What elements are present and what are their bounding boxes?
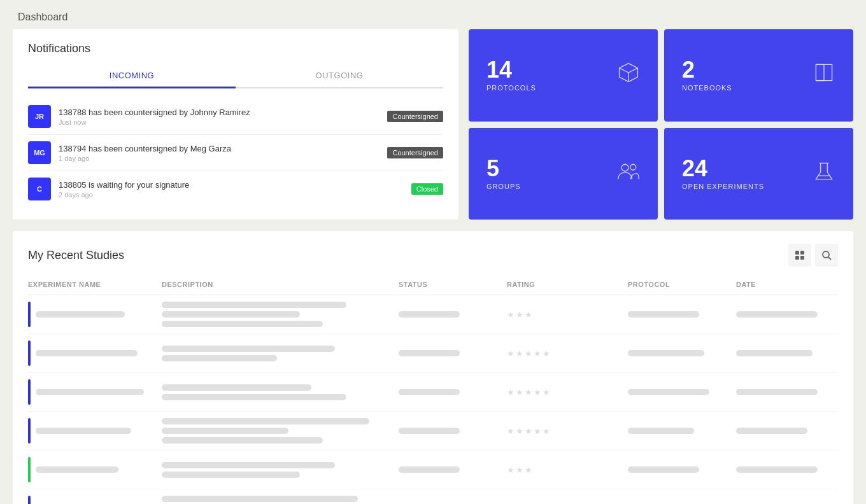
description-cell bbox=[162, 346, 392, 361]
notifications-tabs: INCOMING OUTGOING bbox=[28, 64, 443, 88]
star-icon: ★ bbox=[507, 310, 515, 319]
status-skeleton bbox=[399, 350, 460, 356]
status-badge: Countersigned bbox=[387, 111, 443, 122]
date-cell bbox=[736, 466, 838, 473]
experiment-name-cell bbox=[28, 418, 155, 444]
protocol-cell bbox=[628, 350, 730, 356]
status-cell bbox=[399, 428, 500, 434]
experiment-name-cell bbox=[28, 302, 155, 327]
notifications-panel: Notifications INCOMING OUTGOING JR 13878… bbox=[13, 29, 458, 220]
status-skeleton bbox=[399, 428, 460, 434]
experiment-name-cell bbox=[28, 379, 155, 405]
avatar: JR bbox=[28, 105, 51, 128]
studies-section: My Recent Studies bbox=[13, 231, 853, 504]
star-icon: ★ bbox=[543, 426, 550, 436]
col-protocol: PROTOCOL bbox=[628, 281, 730, 288]
table-row[interactable]: ★★★★★ bbox=[28, 489, 838, 504]
avatar: C bbox=[28, 178, 51, 200]
notebooks-count: 2 bbox=[682, 59, 732, 81]
rating-cell: ★★★★★ bbox=[507, 349, 621, 358]
protocol-skeleton bbox=[628, 466, 699, 473]
stat-card-groups[interactable]: 5 GROUPS bbox=[469, 128, 658, 220]
description-skeleton bbox=[162, 428, 288, 434]
row-color-indicator bbox=[28, 379, 31, 405]
table-row[interactable]: ★★★★★ bbox=[28, 334, 838, 373]
star-rating: ★★★ bbox=[507, 310, 621, 319]
star-rating: ★★★★★ bbox=[507, 349, 621, 358]
star-icon: ★ bbox=[516, 349, 523, 358]
experiments-count: 24 bbox=[682, 157, 764, 180]
protocol-skeleton bbox=[628, 389, 709, 395]
notification-item: MG 138794 has been countersigned by Meg … bbox=[28, 135, 443, 171]
svg-point-4 bbox=[621, 164, 628, 171]
star-icon: ★ bbox=[507, 426, 515, 436]
tab-outgoing[interactable]: OUTGOING bbox=[236, 64, 443, 87]
notification-text: 138788 has been countersigned by Johnny … bbox=[59, 108, 380, 126]
status-cell bbox=[399, 389, 500, 395]
avatar: MG bbox=[28, 141, 51, 164]
experiment-name-skeleton bbox=[36, 466, 118, 473]
description-skeleton bbox=[162, 302, 346, 308]
rating-cell: ★★★★★ bbox=[507, 388, 621, 397]
star-icon: ★ bbox=[543, 388, 550, 397]
col-status: STATUS bbox=[399, 281, 500, 288]
notifications-heading: Notifications bbox=[28, 42, 443, 55]
table-row[interactable]: ★★★★★ bbox=[28, 412, 838, 451]
star-icon: ★ bbox=[516, 426, 523, 436]
table-row[interactable]: ★★★★★ bbox=[28, 373, 838, 412]
studies-table: EXPERIMENT NAME DESCRIPTION STATUS RATIN… bbox=[28, 277, 838, 504]
stat-card-notebooks[interactable]: 2 NOTEBOOKS bbox=[664, 29, 853, 122]
star-icon: ★ bbox=[507, 388, 515, 397]
svg-rect-11 bbox=[800, 256, 804, 260]
col-rating: RATING bbox=[507, 281, 621, 288]
stat-card-protocols[interactable]: 14 PROTOCOLS bbox=[469, 29, 658, 122]
star-icon: ★ bbox=[525, 465, 532, 475]
description-skeleton bbox=[162, 462, 335, 468]
groups-label: GROUPS bbox=[486, 183, 521, 190]
status-skeleton bbox=[399, 466, 460, 473]
studies-header: My Recent Studies bbox=[28, 244, 838, 267]
notebooks-label: NOTEBOOKS bbox=[682, 84, 732, 92]
table-row[interactable]: ★★★ bbox=[28, 295, 838, 334]
protocols-label: PROTOCOLS bbox=[486, 84, 536, 92]
protocol-cell bbox=[628, 311, 730, 318]
notification-message: 138788 has been countersigned by Johnny … bbox=[59, 108, 380, 117]
col-experiment-name: EXPERIMENT NAME bbox=[28, 281, 155, 288]
date-cell bbox=[736, 311, 838, 318]
svg-rect-10 bbox=[795, 256, 799, 260]
page-title: Dashboard bbox=[0, 0, 866, 29]
status-badge: Closed bbox=[411, 183, 443, 195]
row-color-indicator bbox=[28, 496, 31, 504]
table-rows: ★★★★★★★★★★★★★★★★★★★★★★★★★★★★★★★★★ bbox=[28, 295, 838, 504]
description-skeleton bbox=[162, 321, 323, 327]
stats-grid: 14 PROTOCOLS 2 NOTEBOOKS bbox=[469, 29, 853, 220]
svg-point-12 bbox=[823, 251, 829, 258]
status-cell bbox=[399, 350, 500, 356]
notification-time: 2 days ago bbox=[59, 191, 404, 199]
experiment-name-skeleton bbox=[36, 311, 125, 318]
row-color-indicator bbox=[28, 418, 31, 444]
search-button[interactable] bbox=[815, 244, 838, 267]
experiment-name-skeleton bbox=[36, 389, 144, 395]
description-skeleton bbox=[162, 496, 358, 502]
protocol-skeleton bbox=[628, 428, 694, 434]
stat-card-experiments[interactable]: 24 OPEN EXPERIMENTS bbox=[664, 128, 853, 220]
description-skeleton bbox=[162, 394, 346, 400]
status-skeleton bbox=[399, 311, 460, 318]
experiments-label: OPEN EXPERIMENTS bbox=[682, 183, 764, 190]
table-row[interactable]: ★★★ bbox=[28, 451, 838, 489]
date-skeleton bbox=[736, 466, 818, 473]
table-header: EXPERIMENT NAME DESCRIPTION STATUS RATIN… bbox=[28, 277, 838, 295]
grid-view-button[interactable] bbox=[788, 244, 811, 267]
protocol-cell bbox=[628, 428, 730, 434]
status-cell bbox=[399, 466, 500, 473]
svg-line-13 bbox=[828, 257, 831, 260]
rating-cell: ★★★ bbox=[507, 465, 621, 475]
star-icon: ★ bbox=[534, 388, 541, 397]
flask-icon bbox=[813, 160, 835, 188]
protocols-count: 14 bbox=[486, 59, 536, 81]
tab-incoming[interactable]: INCOMING bbox=[28, 64, 236, 88]
studies-title: My Recent Studies bbox=[28, 249, 124, 262]
box-icon bbox=[617, 61, 640, 89]
date-cell bbox=[736, 428, 838, 434]
